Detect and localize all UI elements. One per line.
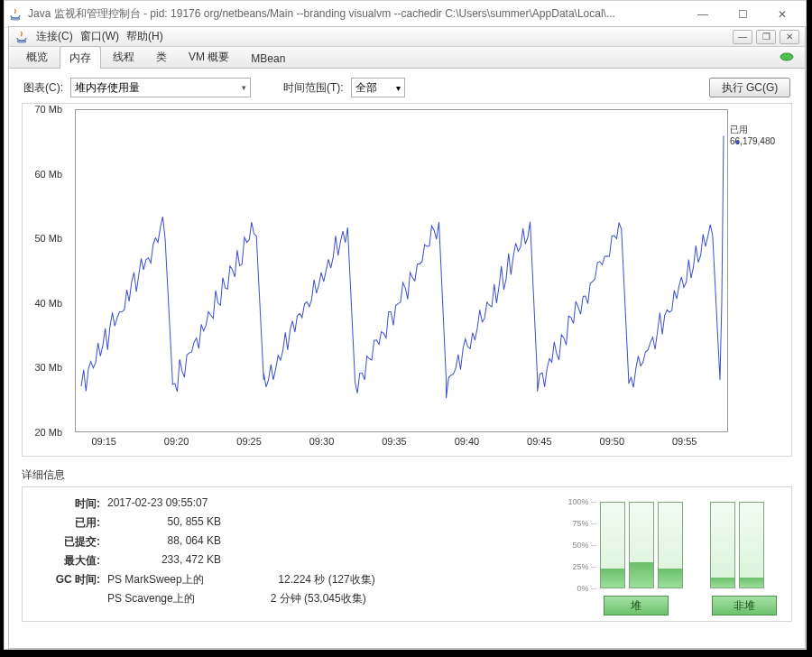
tab-classes[interactable]: 类	[146, 45, 177, 68]
outer-window: Java 监视和管理控制台 - pid: 19176 org/netbeans/…	[4, 0, 807, 650]
heap-bars	[600, 502, 683, 588]
heap-button[interactable]: 堆	[604, 596, 669, 615]
x-axis: 09:1509:2009:2509:3009:3509:4009:4509:50…	[75, 436, 728, 450]
svg-point-1	[17, 41, 26, 42]
window-controls: — ☐ ✕	[683, 2, 802, 27]
maximize-button[interactable]: ☐	[723, 2, 762, 27]
time-value: 2017-02-23 09:55:07	[104, 496, 208, 512]
bars-scale: 0% 25% 50% 75% 100%	[562, 502, 598, 588]
annotation-label: 已用	[730, 124, 789, 136]
gc-name-2: PS Scavenge上的	[104, 591, 195, 606]
svg-point-0	[11, 18, 20, 20]
chevron-down-icon: ▾	[242, 83, 246, 92]
annotation-caret-icon: ◂	[734, 136, 739, 146]
connection-status-icon	[778, 51, 796, 63]
chart-selector[interactable]: 堆内存使用量 ▾	[70, 78, 251, 97]
usage-bar	[739, 502, 764, 588]
gc-name-1: PS MarkSweep上的	[104, 572, 204, 588]
tab-mbean[interactable]: MBean	[241, 48, 295, 68]
gc-label: GC 时间:	[32, 572, 104, 588]
tab-threads[interactable]: 线程	[103, 45, 144, 68]
window-title: Java 监视和管理控制台 - pid: 19176 org/netbeans/…	[28, 6, 683, 22]
gc-value-2: 2 分钟 (53,045收集)	[195, 591, 366, 606]
details-panel: 时间:2017-02-23 09:55:07 已用:50, 855 KB 已提交…	[22, 486, 792, 622]
time-range-selector[interactable]: 全部 ▾	[351, 78, 405, 97]
menu-help[interactable]: 帮助(H)	[125, 27, 165, 46]
inner-window: 连接(C) 窗口(W) 帮助(H) — ❐ ✕ 概览 内存 线程 类 VM 概要…	[8, 26, 806, 649]
usage-bar	[629, 502, 654, 588]
time-label: 时间范围(T):	[283, 80, 344, 96]
inner-minimize-button[interactable]: —	[733, 30, 752, 44]
time-label: 时间:	[32, 496, 104, 512]
tab-memory[interactable]: 内存	[60, 46, 101, 69]
max-label: 最大值:	[32, 553, 104, 569]
inner-close-button[interactable]: ✕	[780, 30, 799, 44]
perform-gc-button[interactable]: 执行 GC(G)	[709, 78, 790, 97]
java-icon	[8, 7, 23, 22]
chart-toolbar: 图表(C): 堆内存使用量 ▾ 时间范围(T): 全部 ▾ 执行 GC(G)	[9, 69, 805, 103]
usage-bar	[658, 502, 683, 588]
y-axis: 20 Mb30 Mb40 Mb50 Mb60 Mb70 Mb	[21, 104, 66, 434]
max-value: 233, 472 KB	[104, 553, 221, 569]
tab-bar: 概览 内存 线程 类 VM 概要 MBean	[9, 47, 805, 69]
menu-connect[interactable]: 连接(C)	[34, 27, 75, 46]
memory-bars: 0% 25% 50% 75% 100% 堆 非堆	[392, 487, 791, 621]
usage-bar	[600, 502, 625, 588]
nonheap-bars	[710, 502, 764, 588]
memory-chart: 20 Mb30 Mb40 Mb50 Mb60 Mb70 Mb 已用 66,179…	[22, 103, 792, 457]
committed-label: 已提交:	[32, 534, 104, 550]
svg-point-2	[780, 53, 793, 60]
committed-value: 88, 064 KB	[104, 534, 221, 550]
menu-window[interactable]: 窗口(W)	[78, 27, 121, 46]
chart-plot-area[interactable]	[75, 109, 728, 432]
chart-selector-value: 堆内存使用量	[75, 80, 140, 96]
chart-label: 图表(C):	[23, 80, 63, 96]
tab-vm[interactable]: VM 概要	[179, 45, 239, 68]
chevron-down-icon: ▾	[396, 83, 401, 93]
minimize-button[interactable]: —	[683, 2, 723, 27]
close-button[interactable]: ✕	[762, 2, 802, 27]
outer-titlebar: Java 监视和管理控制台 - pid: 19176 org/netbeans/…	[5, 1, 806, 28]
usage-bar	[710, 502, 735, 588]
details-title: 详细信息	[9, 464, 805, 485]
inner-menubar: 连接(C) 窗口(W) 帮助(H) — ❐ ✕	[9, 27, 805, 47]
gc-value-1: 12.224 秒 (127收集)	[204, 572, 375, 588]
used-label: 已用:	[32, 515, 104, 531]
java-icon	[14, 30, 29, 44]
inner-restore-button[interactable]: ❐	[756, 30, 776, 44]
used-value: 50, 855 KB	[104, 515, 221, 531]
nonheap-button[interactable]: 非堆	[712, 596, 777, 615]
tab-overview[interactable]: 概览	[16, 45, 58, 68]
time-range-value: 全部	[355, 80, 377, 96]
details-table: 时间:2017-02-23 09:55:07 已用:50, 855 KB 已提交…	[23, 487, 392, 621]
